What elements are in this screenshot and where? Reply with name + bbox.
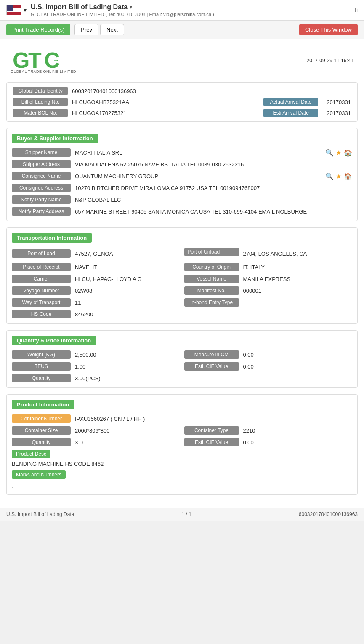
identity-section: Global Data Identity 6003201704010001369… [6,82,358,122]
esti-cif-value-value: 0.00 [243,363,353,370]
consignee-address-row: Consignee Address 10270 BIRTCHER DRIVE M… [12,184,352,192]
shipper-star-icon[interactable]: ★ [336,149,342,157]
port-of-load-col: Port of Load 47527, GENOA [12,249,180,258]
measure-in-cm-value: 0.00 [243,352,353,358]
product-quantity-col: Quantity 3.00 [12,438,180,446]
vessel-name-label: Vessel Name [184,275,239,283]
title-caret-icon[interactable]: ▾ [130,4,132,10]
prev-button[interactable]: Prev [74,24,98,35]
container-size-value: 2000*806*800 [75,428,180,434]
hs-code-label: HS Code [12,310,71,318]
shipper-name-row: Shipper Name MACRI ITALIA SRL 🔍 ★ 🏠 [12,148,352,157]
teus-col: TEUS 1.00 [12,362,180,371]
bill-of-lading-row: Bill of Lading No. HLCUGOAHB75321AA Actu… [13,98,351,106]
global-data-identity-label: Global Data Identity [13,87,68,95]
country-of-origin-label: Country of Origin [184,263,239,271]
shipper-address-row: Shipper Address VIA MADDALENA 62 25075 N… [12,160,352,168]
product-qty-cif-row: Quantity 3.00 Esti. CIF Value 0.00 [12,438,352,446]
notify-party-name-value: N&P GLOBAL LLC [75,197,352,203]
page-title: U.S. Import Bill of Lading Data [31,3,128,11]
shipper-address-label: Shipper Address [12,160,71,168]
shipper-search-icon[interactable]: 🔍 [325,149,334,157]
country-of-origin-col: Country of Origin IT, ITALY [184,263,353,271]
logo-svg: G T C → [11,48,69,73]
way-of-transport-label: Way of Transport [12,298,71,307]
quantity-price-section: Quantity & Price Information Weight (KG)… [6,330,358,388]
measure-in-cm-label: Measure in CM [184,350,239,359]
container-size-type-row: Container Size 2000*806*800 Container Ty… [12,426,352,435]
consignee-name-icons: 🔍 ★ 🏠 [325,172,352,180]
teus-value: 1.00 [75,363,180,370]
nav-group: Prev Next [74,24,124,35]
container-size-label: Container Size [12,426,71,435]
header-right: Ti [353,7,358,13]
svg-text:→: → [53,56,59,64]
container-number-value: IPXU3560267 ( CN / L / HH ) [75,416,352,422]
actual-arrival-date-value: 20170331 [327,99,351,105]
product-esti-cif-value: 0.00 [243,439,353,446]
consignee-address-value: 10270 BIRTCHER DRIVE MIRA LOMA CA 91752 … [75,185,352,191]
notify-party-address-row: Notify Party Address 657 MARINE STREET 9… [12,207,352,216]
carrier-value: HLCU, HAPAG-LLOYD A G [75,276,180,282]
receipt-origin-row: Place of Receipt NAVE, IT Country of Ori… [12,263,352,271]
product-esti-cif-label: Esti. CIF Value [184,438,239,446]
print-button[interactable]: Print Trade Record(s) [6,24,70,35]
in-bond-entry-col: In-bond Entry Type [184,298,353,307]
buyer-supplier-header: Buyer & Supplier Information [12,134,98,143]
next-button[interactable]: Next [100,24,124,35]
consignee-star-icon[interactable]: ★ [336,172,342,180]
mater-bol-label: Mater BOL No. [13,109,68,117]
weight-measure-row: Weight (KG) 2,500.00 Measure in CM 0.00 [12,350,352,359]
bottom-left: U.S. Import Bill of Lading Data [6,511,74,517]
flag-dropdown[interactable]: ▾ [24,7,27,13]
voyage-manifest-row: Voyage Number 02W08 Manifest No. 000001 [12,286,352,295]
shipper-name-value: MACRI ITALIA SRL [75,150,322,156]
consignee-name-value: QUANTUM MACHINERY GROUP [75,173,322,179]
marks-and-numbers-button[interactable]: Marks and Numbers [12,470,66,479]
product-information-section: Product Information Container Number IPX… [6,394,358,495]
container-type-col: Container Type 2210 [184,426,353,435]
us-flag-icon [6,5,21,15]
mater-bol-row: Mater BOL No. HLCUGOA170275321 Esti Arri… [13,109,351,117]
product-desc-text: BENDING MACHINE HS CODE 8462 [12,461,352,467]
shipper-home-icon[interactable]: 🏠 [344,149,352,157]
product-information-header: Product Information [12,400,74,409]
bottom-right: 600320170401000136963 [299,511,358,517]
place-of-receipt-value: NAVE, IT [75,264,180,270]
container-number-row: Container Number IPXU3560267 ( CN / L / … [12,414,352,423]
marks-area: Marks and Numbers [12,470,352,481]
teus-label: TEUS [12,362,71,371]
bill-of-lading-value: HLCUGOAHB75321AA [72,99,129,105]
quantity-price-header: Quantity & Price Information [12,336,96,345]
voyage-number-label: Voyage Number [12,286,71,295]
vessel-name-col: Vessel Name MANILA EXPRESS [184,275,353,283]
weight-kg-value: 2,500.00 [75,352,180,358]
consignee-search-icon[interactable]: 🔍 [325,172,334,180]
teus-cif-row: TEUS 1.00 Esti. CIF Value 0.00 [12,362,352,371]
manifest-no-col: Manifest No. 000001 [184,286,353,295]
place-of-receipt-label: Place of Receipt [12,263,71,271]
product-desc-button[interactable]: Product Desc [12,450,50,458]
notify-party-name-row: Notify Party Name N&P GLOBAL LLC [12,195,352,204]
way-of-transport-value: 11 [75,299,180,306]
measure-col: Measure in CM 0.00 [184,350,353,359]
bottom-center: 1 / 1 [181,511,191,517]
consignee-name-label: Consignee Name [12,172,71,180]
container-size-col: Container Size 2000*806*800 [12,426,180,435]
port-row: Port of Load 47527, GENOA Port of Unload… [12,248,352,259]
close-window-button[interactable]: Close This Window [299,24,358,35]
port-of-load-value: 47527, GENOA [75,251,180,257]
port-of-unload-label: Port of Unload [184,248,239,256]
manifest-no-label: Manifest No. [184,286,239,295]
consignee-home-icon[interactable]: 🏠 [344,172,352,180]
notify-party-name-label: Notify Party Name [12,195,71,204]
container-number-button[interactable]: Container Number [12,414,71,423]
global-data-identity-row: Global Data Identity 6003201704010001369… [13,87,351,95]
port-of-unload-value: 2704, LOS ANGELES, CA [243,251,353,257]
vessel-name-value: MANILA EXPRESS [243,276,353,282]
transportation-header: Transportation Information [12,233,92,243]
carrier-vessel-row: Carrier HLCU, HAPAG-LLOYD A G Vessel Nam… [12,275,352,283]
datetime-label: 2017-09-29 11:16:41 [307,58,353,64]
manifest-no-value: 000001 [243,288,353,294]
toolbar: Print Trade Record(s) Prev Next Close Th… [0,21,364,39]
